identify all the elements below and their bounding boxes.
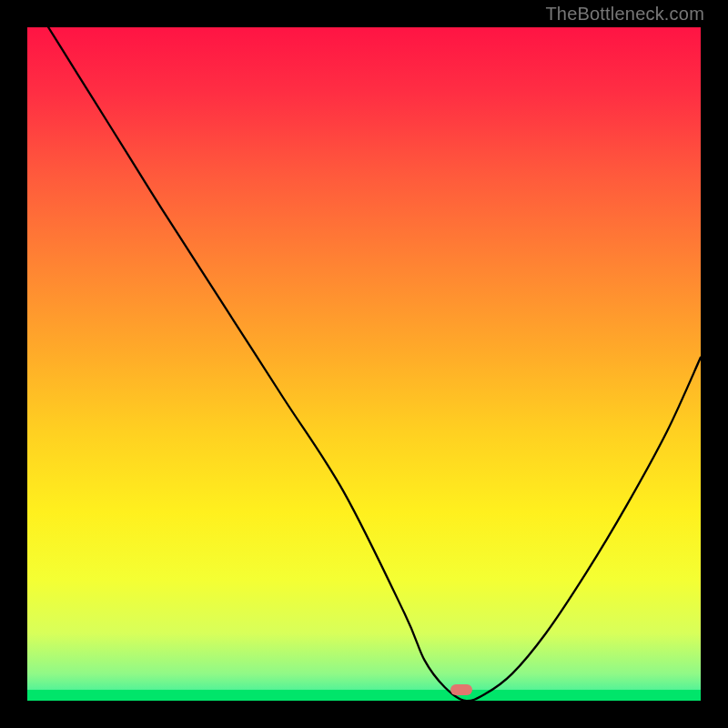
watermark-text: TheBottleneck.com bbox=[545, 4, 704, 25]
plot-area bbox=[27, 27, 701, 701]
chart-frame: TheBottleneck.com bbox=[0, 0, 728, 728]
bottleneck-marker bbox=[450, 684, 472, 695]
bottleneck-curve bbox=[27, 27, 701, 701]
